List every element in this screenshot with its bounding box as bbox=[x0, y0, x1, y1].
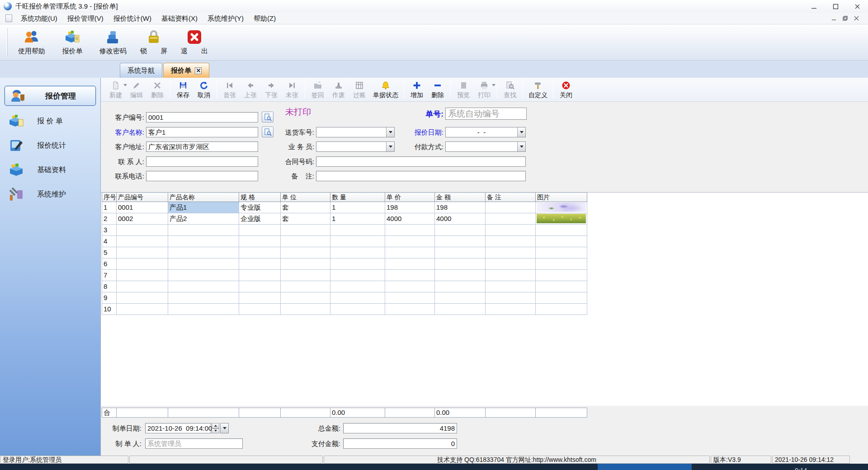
mdi-close-button[interactable] bbox=[854, 14, 859, 23]
cell-remark[interactable] bbox=[486, 304, 536, 315]
cell-seq[interactable]: 5 bbox=[102, 247, 117, 258]
cell-image[interactable] bbox=[536, 213, 587, 225]
contact-phone-input[interactable] bbox=[146, 171, 258, 181]
cell-spec[interactable] bbox=[239, 236, 281, 247]
quotation-button[interactable]: 报价单 bbox=[52, 26, 93, 59]
cell-code[interactable] bbox=[117, 281, 168, 292]
new-button[interactable]: 新建 bbox=[105, 79, 126, 100]
remark-input[interactable] bbox=[316, 171, 526, 181]
cell-remark[interactable] bbox=[486, 202, 536, 213]
cell-code[interactable] bbox=[117, 247, 168, 258]
cell-amount[interactable]: 4000 bbox=[435, 213, 486, 225]
customer-code-lookup-button[interactable] bbox=[262, 112, 274, 122]
maker-input[interactable]: 系统管理员 bbox=[145, 438, 243, 449]
cell-spec[interactable] bbox=[239, 270, 281, 281]
cell-qty[interactable] bbox=[330, 236, 385, 247]
cell-seq[interactable]: 1 bbox=[102, 202, 117, 213]
dropdown-button[interactable] bbox=[517, 127, 525, 137]
add-row-button[interactable]: 增加 bbox=[406, 79, 427, 100]
cell-image[interactable] bbox=[536, 304, 587, 315]
cell-image[interactable] bbox=[536, 225, 587, 236]
cell-unit[interactable] bbox=[281, 304, 330, 315]
cell-unit[interactable] bbox=[281, 281, 330, 292]
cell-amount[interactable] bbox=[435, 258, 486, 270]
sign-back-button[interactable]: 签回 bbox=[307, 79, 328, 100]
cell-amount[interactable] bbox=[435, 304, 486, 315]
column-header-name[interactable]: 产品名称 bbox=[168, 193, 239, 202]
column-header-seq[interactable]: 序号 bbox=[102, 193, 117, 202]
cell-code[interactable] bbox=[117, 304, 168, 315]
column-header-price[interactable]: 单 价 bbox=[385, 193, 435, 202]
cell-spec[interactable] bbox=[239, 225, 281, 236]
cell-seq[interactable]: 8 bbox=[102, 281, 117, 292]
cell-unit[interactable] bbox=[281, 258, 330, 270]
tab-close-button[interactable] bbox=[195, 67, 202, 74]
cell-remark[interactable] bbox=[486, 225, 536, 236]
cell-qty[interactable] bbox=[330, 247, 385, 258]
cell-code[interactable]: 0002 bbox=[117, 213, 168, 225]
cell-unit[interactable] bbox=[281, 247, 330, 258]
cell-remark[interactable] bbox=[486, 281, 536, 292]
cell-spec[interactable] bbox=[239, 292, 281, 304]
salesman-combo[interactable] bbox=[316, 141, 395, 152]
cell-code[interactable] bbox=[117, 258, 168, 270]
menu-base-data[interactable]: 基础资料(X) bbox=[156, 13, 203, 24]
cell-name[interactable] bbox=[168, 236, 239, 247]
cell-seq[interactable]: 10 bbox=[102, 304, 117, 315]
cell-price[interactable] bbox=[385, 292, 435, 304]
sidebar-item-system-maintenance[interactable]: 系统维护 bbox=[3, 185, 98, 203]
cell-name[interactable] bbox=[168, 292, 239, 304]
cell-amount[interactable] bbox=[435, 281, 486, 292]
cell-amount[interactable] bbox=[435, 236, 486, 247]
mdi-restore-button[interactable] bbox=[843, 14, 848, 23]
minimize-button[interactable] bbox=[803, 0, 825, 13]
cell-unit[interactable] bbox=[281, 236, 330, 247]
prev-record-button[interactable]: 上张 bbox=[240, 79, 261, 100]
mdi-minimize-button[interactable] bbox=[831, 14, 836, 23]
cell-spec[interactable] bbox=[239, 304, 281, 315]
spin-down-button[interactable] bbox=[212, 428, 219, 434]
dropdown-button[interactable] bbox=[517, 142, 525, 151]
cell-code[interactable] bbox=[117, 236, 168, 247]
sidebar-item-quotation[interactable]: 报 价 单 bbox=[3, 112, 98, 130]
cell-amount[interactable] bbox=[435, 225, 486, 236]
cell-name[interactable]: 产品2 bbox=[168, 213, 239, 225]
date-dropdown-button[interactable] bbox=[220, 423, 229, 433]
dropdown-button[interactable] bbox=[386, 127, 394, 137]
cell-code[interactable] bbox=[117, 292, 168, 304]
cell-image[interactable] bbox=[536, 247, 587, 258]
cell-name[interactable] bbox=[168, 258, 239, 270]
cell-qty[interactable] bbox=[330, 304, 385, 315]
cell-name[interactable] bbox=[168, 247, 239, 258]
cell-qty[interactable] bbox=[330, 225, 385, 236]
help-button[interactable]: 使用帮助 bbox=[11, 26, 52, 59]
cell-image[interactable] bbox=[536, 292, 587, 304]
cell-name[interactable] bbox=[168, 270, 239, 281]
payment-method-combo[interactable] bbox=[445, 141, 526, 152]
sidebar-item-quote-management[interactable]: 报价管理 bbox=[5, 86, 96, 106]
cell-remark[interactable] bbox=[486, 270, 536, 281]
sidebar-item-quote-statistics[interactable]: 报价统计 bbox=[3, 136, 98, 155]
print-button[interactable]: 打印 bbox=[474, 79, 495, 100]
cell-unit[interactable]: 套 bbox=[281, 202, 330, 213]
exit-button[interactable]: 退 出 bbox=[174, 26, 215, 59]
cell-name[interactable] bbox=[168, 225, 239, 236]
cell-code[interactable]: 0001 bbox=[117, 202, 168, 213]
column-header-image[interactable]: 图片 bbox=[536, 193, 587, 202]
tab-system-navigation[interactable]: 系统导航 bbox=[120, 63, 162, 78]
cell-remark[interactable] bbox=[486, 292, 536, 304]
date-spinner[interactable] bbox=[212, 423, 219, 433]
column-header-remark[interactable]: 备 注 bbox=[486, 193, 536, 202]
cell-price[interactable]: 4000 bbox=[385, 213, 435, 225]
cancel-button[interactable]: 取消 bbox=[193, 79, 214, 100]
sidebar-item-base-data[interactable]: 基础资料 bbox=[3, 161, 98, 179]
menu-system-maintenance[interactable]: 系统维护(Y) bbox=[203, 13, 249, 24]
cell-amount[interactable] bbox=[435, 270, 486, 281]
cell-qty[interactable]: 1 bbox=[330, 213, 385, 225]
close-form-button[interactable]: 关闭 bbox=[556, 79, 576, 100]
paid-amount-input[interactable]: 0 bbox=[343, 438, 457, 449]
cell-name[interactable] bbox=[168, 281, 239, 292]
cell-seq[interactable]: 2 bbox=[102, 213, 117, 225]
bill-no-input[interactable]: 系统自动编号 bbox=[445, 108, 527, 120]
cell-spec[interactable] bbox=[239, 247, 281, 258]
